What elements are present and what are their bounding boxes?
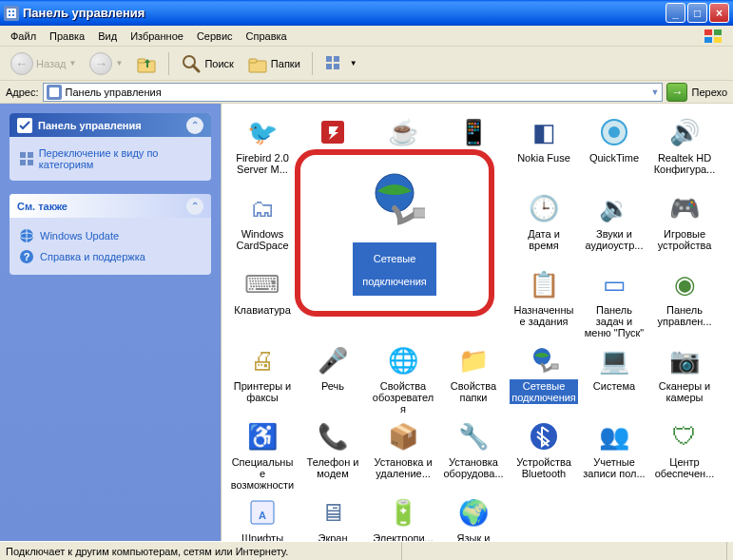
icon-item-browser-props[interactable]: 🌐Свойства обозревателя — [368, 341, 438, 417]
help-support-link[interactable]: ? Справка и поддержка — [19, 246, 202, 267]
forward-dropdown-icon: ▼ — [115, 59, 123, 68]
cardspace-label: Windows CardSpace — [228, 227, 297, 252]
chevron-up-icon[interactable]: ⌃ — [186, 117, 203, 134]
panel-control-panel: Панель управления ⌃ Переключение к виду … — [10, 113, 211, 181]
icon-item-power[interactable]: 🔋Электропи... — [368, 493, 438, 541]
svg-rect-18 — [326, 64, 332, 69]
svg-line-13 — [193, 66, 199, 71]
icon-item-nvidia[interactable]: ◉Панель управлен... — [649, 265, 720, 341]
switch-view-icon — [19, 151, 33, 166]
status-cell-2 — [402, 542, 727, 560]
panel-see-also-header[interactable]: См. также ⌃ — [10, 194, 211, 218]
icon-item-game-devices[interactable]: 🎮Игровые устройства — [649, 189, 720, 265]
network-icon — [529, 345, 559, 376]
fonts-label: Шрифты — [240, 531, 285, 541]
icon-item-system[interactable]: 💻Система — [579, 341, 649, 417]
icon-item-speech[interactable]: 🎤Речь — [298, 341, 368, 417]
menu-file[interactable]: Файл — [4, 28, 43, 45]
icon-item-tasks[interactable]: 📋Назначенные задания — [509, 265, 579, 341]
icon-item-keyboard[interactable]: ⌨Клавиатура — [227, 265, 298, 341]
views-icon — [324, 53, 347, 74]
close-button[interactable]: × — [709, 3, 729, 23]
taskbar-label: Панель задач и меню "Пуск" — [580, 303, 648, 339]
icon-item-firebird[interactable]: 🐦Firebird 2.0 Server M... — [227, 113, 298, 189]
icon-item-display[interactable]: 🖥Экран — [298, 493, 368, 541]
hardware-icon: 🔧 — [458, 421, 489, 452]
search-label: Поиск — [204, 58, 233, 69]
speech-icon: 🎤 — [318, 345, 348, 376]
firebird-label: Firebird 2.0 Server M... — [228, 151, 297, 176]
nokia-icon: 📱 — [458, 117, 489, 147]
icon-view[interactable]: 🐦Firebird 2.0 Server M...Flash Player☕Ja… — [221, 104, 733, 541]
panel-control-panel-header[interactable]: Панель управления ⌃ — [10, 113, 211, 137]
icon-item-datetime[interactable]: 🕒Дата и время — [509, 189, 579, 265]
icon-item-phone-modem[interactable]: 📞Телефон и модем — [298, 417, 368, 493]
svg-rect-6 — [704, 29, 712, 35]
address-dropdown-icon[interactable]: ▼ — [651, 87, 660, 97]
power-label: Электропи... — [371, 531, 435, 541]
icon-item-accessibility[interactable]: ♿Специальные возможности — [227, 417, 298, 493]
menu-edit[interactable]: Правка — [43, 28, 91, 45]
icon-item-cardspace[interactable]: 🗂Windows CardSpace — [227, 189, 298, 265]
icon-item-sound[interactable]: 🔉Звуки и аудиоустр... — [579, 189, 649, 265]
game-devices-label: Игровые устройства — [650, 227, 719, 252]
icon-item-scanners[interactable]: 📷Сканеры и камеры — [649, 341, 720, 417]
minimize-button[interactable]: _ — [665, 3, 685, 23]
cardspace-icon: 🗂 — [247, 193, 278, 223]
address-label: Адрес: — [6, 87, 39, 98]
icon-item-printers[interactable]: 🖨Принтеры и факсы — [227, 341, 298, 417]
menu-help[interactable]: Справка — [240, 28, 294, 45]
menu-view[interactable]: Вид — [91, 28, 124, 45]
go-button[interactable]: → — [666, 83, 687, 102]
up-button[interactable] — [131, 50, 162, 77]
svg-rect-11 — [138, 59, 145, 63]
keyboard-label: Клавиатура — [232, 303, 293, 317]
windows-update-link[interactable]: Windows Update — [19, 225, 202, 246]
search-button[interactable]: Поиск — [176, 50, 238, 77]
views-button[interactable]: ▼ — [319, 50, 362, 77]
icon-item-fonts[interactable]: AШрифты — [227, 493, 298, 541]
address-input[interactable]: Панель управления ▼ — [43, 83, 664, 102]
forward-button[interactable]: → ▼ — [85, 49, 127, 78]
icon-item-security[interactable]: 🛡Центр обеспечен... — [649, 417, 720, 493]
icon-item-taskbar[interactable]: ▭Панель задач и меню "Пуск" — [579, 265, 649, 341]
address-path: Панель управления — [66, 87, 162, 98]
titlebar: Панель управления _ □ × — [0, 0, 733, 26]
toolbar-separator-2 — [312, 52, 313, 75]
icon-item-realtek[interactable]: 🔊Realtek HD Конфигура... — [649, 113, 720, 189]
switch-view-link[interactable]: Переключение к виду по категориям — [19, 145, 202, 173]
nvidia-icon: ◉ — [669, 269, 700, 299]
icon-item-quicktime[interactable]: QuickTime — [579, 113, 649, 189]
panel-see-body: Windows Update ? Справка и поддержка — [10, 218, 211, 275]
scanners-icon: 📷 — [669, 345, 700, 376]
tasks-icon: 📋 — [529, 269, 559, 299]
hardware-label: Установка оборудова... — [439, 455, 508, 480]
security-icon: 🛡 — [669, 421, 700, 452]
chevron-up-icon-2[interactable]: ⌃ — [186, 198, 203, 215]
icon-item-bluetooth[interactable]: Устройства Bluetooth — [509, 417, 579, 493]
taskbar-icon: ▭ — [599, 269, 629, 299]
maximize-button[interactable]: □ — [687, 3, 707, 23]
svg-rect-42 — [414, 208, 425, 218]
svg-rect-3 — [12, 10, 14, 12]
menu-favorites[interactable]: Избранное — [124, 28, 190, 45]
icon-item-folder-props[interactable]: 📁Свойства папки — [438, 341, 509, 417]
quicktime-label: QuickTime — [588, 151, 641, 164]
highlight-callout: Сетевые подключения — [295, 149, 494, 317]
menu-tools[interactable]: Сервис — [190, 28, 240, 45]
icon-item-regional[interactable]: 🌍Язык и региональ... — [438, 493, 509, 541]
svg-rect-2 — [9, 10, 10, 12]
icon-item-users[interactable]: 👥Учетные записи пол... — [579, 417, 649, 493]
back-button[interactable]: ← Назад ▼ — [6, 49, 81, 78]
icon-item-hardware[interactable]: 🔧Установка оборудова... — [438, 417, 509, 493]
icon-item-add-remove[interactable]: 📦Установка и удаление... — [368, 417, 438, 493]
svg-point-34 — [608, 126, 620, 138]
add-remove-label: Установка и удаление... — [369, 455, 437, 480]
realtek-icon: 🔊 — [669, 117, 700, 147]
folders-button[interactable]: Папки — [242, 50, 305, 77]
icon-item-nokia-fuse[interactable]: ◧Nokia Fuse — [509, 113, 579, 189]
window-title: Панель управления — [23, 6, 665, 20]
svg-rect-19 — [334, 64, 339, 69]
svg-rect-26 — [28, 160, 33, 165]
icon-item-network[interactable]: Сетевые подключения — [509, 341, 579, 417]
